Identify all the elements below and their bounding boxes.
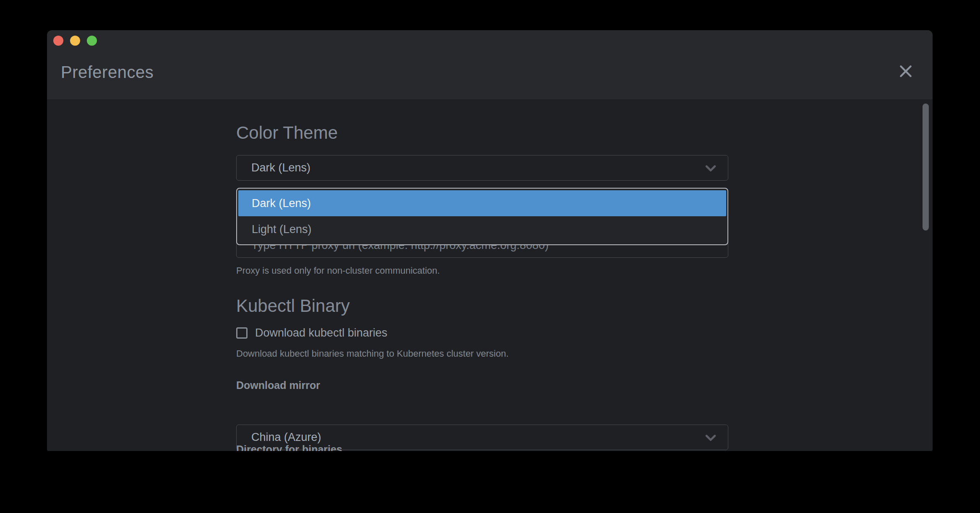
traffic-lights (53, 36, 97, 46)
color-theme-heading: Color Theme (236, 123, 728, 143)
scrollbar-track[interactable] (923, 99, 929, 451)
dropdown-option-light[interactable]: Light (Lens) (238, 216, 726, 242)
download-kubectl-checkbox[interactable] (236, 327, 248, 339)
color-theme-select[interactable]: Dark (Lens) (236, 155, 728, 181)
page-title: Preferences (61, 63, 154, 82)
color-theme-select-value: Dark (Lens) (251, 161, 310, 174)
chevron-down-icon (704, 161, 718, 175)
directory-for-binaries-label: Directory for binaries (236, 443, 728, 451)
kubectl-description: Download kubectl binaries matching to Ku… (236, 348, 728, 359)
download-kubectl-checkbox-row[interactable]: Download kubectl binaries (236, 326, 728, 339)
scrollbar-thumb[interactable] (923, 104, 929, 231)
traffic-light-minimize-button[interactable] (70, 36, 80, 46)
download-mirror-label: Download mirror (236, 379, 728, 391)
close-button[interactable] (896, 61, 916, 81)
traffic-light-zoom-button[interactable] (87, 36, 97, 46)
traffic-light-close-button[interactable] (53, 36, 63, 46)
chevron-down-icon (704, 430, 718, 445)
dropdown-option-dark-label: Dark (Lens) (252, 197, 311, 210)
download-mirror-select-value: China (Azure) (251, 431, 321, 444)
preferences-window: Preferences Color Theme Dark (Lens) Dark… (47, 30, 933, 451)
close-icon (897, 63, 914, 80)
dropdown-option-light-label: Light (Lens) (252, 223, 312, 236)
dropdown-option-dark[interactable]: Dark (Lens) (238, 190, 726, 216)
titlebar: Preferences (47, 30, 933, 99)
color-theme-dropdown: Dark (Lens) Light (Lens) (236, 188, 728, 245)
proxy-helper-text: Proxy is used only for non-cluster commu… (236, 265, 728, 276)
download-kubectl-checkbox-label: Download kubectl binaries (255, 326, 387, 339)
kubectl-heading: Kubectl Binary (236, 296, 728, 316)
content-area: Color Theme Dark (Lens) Dark (Lens) Ligh… (47, 99, 933, 451)
